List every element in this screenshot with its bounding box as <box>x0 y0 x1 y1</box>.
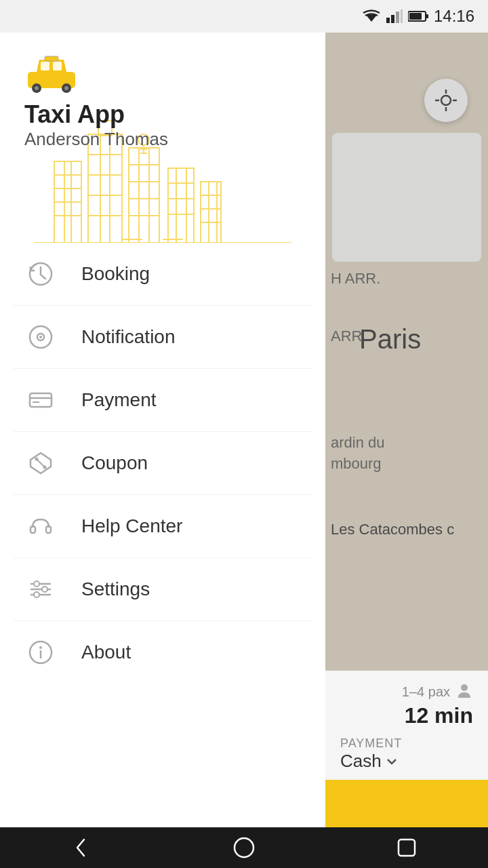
svg-rect-91 <box>399 840 415 856</box>
svg-rect-1 <box>386 18 390 23</box>
helpcenter-label: Help Center <box>81 515 182 537</box>
menu-list: Booking Notification Payme <box>0 243 325 684</box>
coupon-label: Coupon <box>81 452 148 474</box>
map-label-jardin: ardin dumbourg <box>331 433 385 475</box>
svg-point-14 <box>441 96 451 105</box>
wifi-icon <box>362 9 381 23</box>
sidebar-item-settings[interactable]: Settings <box>14 558 312 621</box>
person-icon <box>455 683 473 701</box>
svg-rect-2 <box>391 15 394 23</box>
svg-point-89 <box>39 646 42 649</box>
payment-label: PAYMENT <box>340 736 473 751</box>
notification-label: Notification <box>81 326 176 348</box>
svg-rect-22 <box>53 62 62 71</box>
eta-value: 12 min <box>340 703 473 728</box>
about-label: About <box>81 642 131 663</box>
sidebar-item-booking[interactable]: Booking <box>14 243 312 306</box>
battery-icon <box>408 10 428 22</box>
recents-button[interactable] <box>386 827 427 868</box>
svg-rect-56 <box>201 182 221 243</box>
status-icons: 14:16 <box>362 7 474 26</box>
status-bar: 14:16 <box>0 0 488 33</box>
pax-count: 1–4 pax <box>402 684 450 700</box>
sidebar-item-coupon[interactable]: Coupon <box>14 432 312 495</box>
gps-icon <box>434 88 458 113</box>
sidebar-item-about[interactable]: About <box>14 621 312 684</box>
sidebar-item-payment[interactable]: Payment <box>14 369 312 432</box>
svg-rect-50 <box>168 168 194 243</box>
svg-point-72 <box>39 336 42 338</box>
map-label-arrondissement: H ARR. <box>331 270 380 288</box>
signal-icon <box>386 9 403 23</box>
settings-label: Settings <box>81 578 150 600</box>
status-time: 14:16 <box>434 7 474 26</box>
payment-method[interactable]: Cash <box>340 751 473 772</box>
recents-icon <box>394 835 419 860</box>
svg-rect-27 <box>45 56 58 61</box>
yellow-action-area[interactable] <box>325 780 488 827</box>
history-icon <box>24 258 57 290</box>
svg-point-25 <box>35 86 39 90</box>
payment-icon <box>24 384 57 416</box>
payment-row: PAYMENT Cash <box>340 736 473 772</box>
app-title: Taxi App <box>24 100 301 129</box>
svg-rect-21 <box>41 62 49 71</box>
svg-rect-7 <box>409 13 422 20</box>
info-icon <box>24 636 57 669</box>
svg-point-90 <box>235 838 253 857</box>
home-button[interactable] <box>224 827 264 868</box>
payment-label-menu: Payment <box>81 389 157 411</box>
taxi-icon <box>24 53 301 94</box>
back-icon <box>69 835 94 860</box>
sidebar-item-helpcenter[interactable]: Help Center <box>14 495 312 558</box>
home-icon <box>232 835 256 860</box>
map-label-paris: Paris <box>359 324 421 355</box>
sidebar: Taxi App Anderson Thomas <box>0 33 325 827</box>
svg-rect-35 <box>88 134 122 243</box>
user-name: Anderson Thomas <box>24 129 301 150</box>
sidebar-header: Taxi App Anderson Thomas <box>0 33 325 243</box>
settings-icon <box>24 573 57 606</box>
coupon-icon <box>24 447 57 479</box>
gps-button[interactable] <box>424 79 468 122</box>
map-label-catacombes: Les Catacombes c <box>331 521 454 538</box>
booking-label: Booking <box>81 263 150 285</box>
svg-point-84 <box>34 581 39 587</box>
svg-point-26 <box>64 86 68 90</box>
svg-rect-3 <box>396 12 399 23</box>
info-card <box>332 133 481 262</box>
notification-icon <box>24 321 57 353</box>
svg-point-77 <box>35 458 39 461</box>
svg-point-85 <box>42 587 47 592</box>
chevron-down-icon <box>386 755 398 768</box>
svg-rect-73 <box>30 393 52 407</box>
sidebar-item-notification[interactable]: Notification <box>14 306 312 369</box>
svg-point-19 <box>461 684 468 691</box>
svg-rect-4 <box>401 9 403 23</box>
headphone-icon <box>24 510 57 542</box>
svg-marker-0 <box>366 15 377 22</box>
bottom-info-panel: 1–4 pax 12 min PAYMENT Cash <box>325 671 488 780</box>
svg-rect-6 <box>426 14 428 18</box>
svg-rect-43 <box>129 148 159 243</box>
bottom-navigation <box>0 827 488 868</box>
svg-point-78 <box>43 466 47 469</box>
back-button[interactable] <box>61 827 102 868</box>
svg-point-86 <box>34 592 39 597</box>
pax-info: 1–4 pax <box>340 683 473 701</box>
